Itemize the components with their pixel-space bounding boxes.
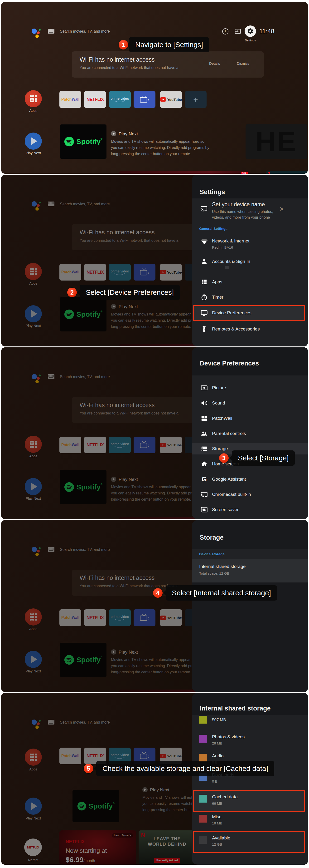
dp-item-screen-saver-label: Screen saver bbox=[212, 507, 239, 512]
notification-count-icon[interactable]: 1 bbox=[222, 28, 229, 34]
keyboard-icon[interactable] bbox=[48, 29, 55, 34]
tv-icon bbox=[139, 95, 150, 103]
patchwall-app-card[interactable]: PatchWall bbox=[60, 91, 81, 108]
wifi-icon bbox=[201, 238, 208, 245]
cast-icon bbox=[201, 491, 208, 498]
device-name-title: Set your device name bbox=[212, 201, 265, 208]
play-icon bbox=[31, 137, 37, 145]
close-icon[interactable]: ✕ bbox=[279, 206, 284, 213]
google-g-icon: G bbox=[201, 476, 208, 483]
play-next-info-line3: long-pressing the center button on your … bbox=[111, 151, 209, 157]
netflix-app-card[interactable]: NETFLIX bbox=[84, 91, 106, 108]
step-badge-2: 2 bbox=[67, 288, 77, 297]
picture-icon bbox=[201, 384, 208, 392]
search-input[interactable]: Search movies, TV, and more bbox=[60, 29, 110, 34]
play-next-info-line1: Movies and TV shows will automatically a… bbox=[111, 138, 209, 145]
dp-item-storage-label: Storage bbox=[212, 446, 228, 452]
play-next-info-title: Play Next bbox=[118, 131, 138, 136]
live-tv-app-card[interactable] bbox=[134, 91, 156, 108]
add-app-card[interactable]: + bbox=[185, 91, 207, 108]
drawer-header: Internal shared storage bbox=[192, 693, 308, 715]
clock: 11:48 bbox=[259, 28, 274, 35]
device-storage-section: Device storage bbox=[199, 552, 225, 556]
play-next-info-text: Movies and TV shows will automatically a… bbox=[111, 138, 209, 157]
apps-grid-icon bbox=[30, 95, 37, 102]
youtube-app-card[interactable]: YouTube bbox=[160, 91, 182, 108]
netflix-n-badge: N bbox=[268, 172, 270, 174]
dismiss-button[interactable]: Dismiss bbox=[237, 61, 249, 65]
remote-icon bbox=[201, 326, 208, 333]
intern-storage-sub: Total space: 12 GB bbox=[199, 571, 229, 575]
general-settings-section: General Settings bbox=[199, 226, 228, 230]
step-tooltip-5: Check the available storage and clear [C… bbox=[96, 761, 274, 776]
storage-row-apps-size: 507 MB bbox=[212, 718, 226, 722]
drawer-header: Storage bbox=[192, 520, 308, 544]
settings-item-network-sub: Redmi_BA16 bbox=[212, 245, 233, 249]
patchwall-tiles-icon bbox=[201, 415, 208, 422]
swatch-cached bbox=[199, 795, 207, 803]
input-source-icon[interactable] bbox=[235, 28, 241, 34]
media-strip-card[interactable]: TOP bbox=[119, 171, 249, 174]
apps-grid-icon bbox=[201, 278, 208, 285]
device-name-desc1: Use this name when casting photos, bbox=[212, 210, 273, 214]
drawer-title: Storage bbox=[200, 534, 224, 541]
device-preferences-drawer: Picture Sound PatchWall Parental control… bbox=[192, 347, 308, 519]
storage-row-photos-size: 28 MB bbox=[212, 741, 222, 745]
settings-drawer: Set your device name Use this name when … bbox=[192, 175, 308, 346]
storage-row-misc-label: Misc. bbox=[212, 814, 222, 819]
screen-saver-icon bbox=[201, 506, 208, 513]
dp-item-picture-label: Picture bbox=[212, 385, 226, 391]
storage-row-photos-label: Photos & videos bbox=[212, 734, 245, 740]
settings-label: Settings bbox=[241, 38, 260, 42]
device-name-desc2: videos, and more from your phone bbox=[212, 215, 270, 220]
screenshot-step-1: Search movies, TV, and more 1 11:48 Sett… bbox=[1, 2, 308, 174]
cached-data-focus-box bbox=[193, 790, 305, 812]
google-assistant-icon[interactable] bbox=[32, 27, 42, 38]
loading-artifact bbox=[225, 266, 229, 269]
apps-button[interactable] bbox=[25, 90, 42, 107]
storage-row-available-label: Available bbox=[212, 835, 230, 841]
spotify-label: Spotify bbox=[76, 137, 101, 145]
patchwall-label-1: Patch bbox=[61, 97, 72, 102]
play-next-button[interactable] bbox=[25, 132, 42, 150]
drawer-header: Settings bbox=[192, 175, 308, 198]
youtube-play-icon bbox=[160, 97, 166, 102]
settings-item-accounts-label: Accounts & Sign In bbox=[212, 259, 250, 264]
details-button[interactable]: Details bbox=[209, 61, 220, 65]
prime-video-app-card[interactable]: prime video bbox=[109, 91, 131, 108]
top-badge: TOP bbox=[241, 172, 248, 174]
amazon-smile-icon bbox=[113, 100, 127, 103]
screenshot-step-4: Search movies, TV, and more 1 11:48 Sett… bbox=[1, 520, 308, 692]
dp-item-sound-label: Sound bbox=[212, 400, 225, 406]
youtube-label: YouTube bbox=[167, 98, 182, 102]
media-hero-card[interactable]: HE bbox=[245, 124, 307, 159]
available-focus-box bbox=[193, 831, 305, 853]
intern-storage-title: Internal shared storage bbox=[199, 564, 245, 569]
step-badge-1: 1 bbox=[118, 40, 128, 50]
settings-item-network-label: Network & Internet bbox=[212, 239, 249, 244]
cast-icon bbox=[200, 205, 207, 212]
play-next-row-label: Play Next bbox=[25, 151, 42, 155]
media-strip-card-2[interactable]: N bbox=[266, 171, 308, 174]
storage-drawer: Device storage Internal shared storage T… bbox=[192, 520, 308, 692]
wifi-notification-subtitle: You are connected to a Wi-Fi network tha… bbox=[80, 66, 181, 70]
drawer-header: Device Preferences bbox=[192, 347, 308, 375]
settings-item-timer-label: Timer bbox=[212, 294, 224, 300]
spotify-card[interactable]: Spotify® bbox=[60, 124, 106, 159]
storage-row-available-size: 12 GB bbox=[212, 842, 222, 846]
settings-item-apps-label: Apps bbox=[212, 279, 222, 285]
settings-icon[interactable] bbox=[245, 26, 256, 37]
drawer-title: Device Preferences bbox=[200, 360, 259, 367]
swatch-available bbox=[199, 836, 207, 844]
dp-item-google-assistant-label: Google Assistant bbox=[212, 476, 246, 482]
monitor-icon bbox=[201, 309, 208, 316]
step-tooltip-4: Select [Internal shared storage] bbox=[166, 585, 277, 600]
storage-row-downloads-size: 0 B bbox=[212, 779, 217, 783]
apps-row-label: Apps bbox=[25, 108, 42, 113]
prime-video-label: prime video bbox=[110, 96, 129, 100]
step-badge-4: 4 bbox=[153, 588, 163, 598]
sound-icon bbox=[201, 400, 208, 407]
internal-storage-drawer: 507 MB Photos & videos 28 MB Audio 0 B D… bbox=[192, 693, 308, 865]
spotify-icon bbox=[64, 136, 74, 147]
settings-item-remotes-label: Remotes & Accessories bbox=[212, 327, 260, 332]
